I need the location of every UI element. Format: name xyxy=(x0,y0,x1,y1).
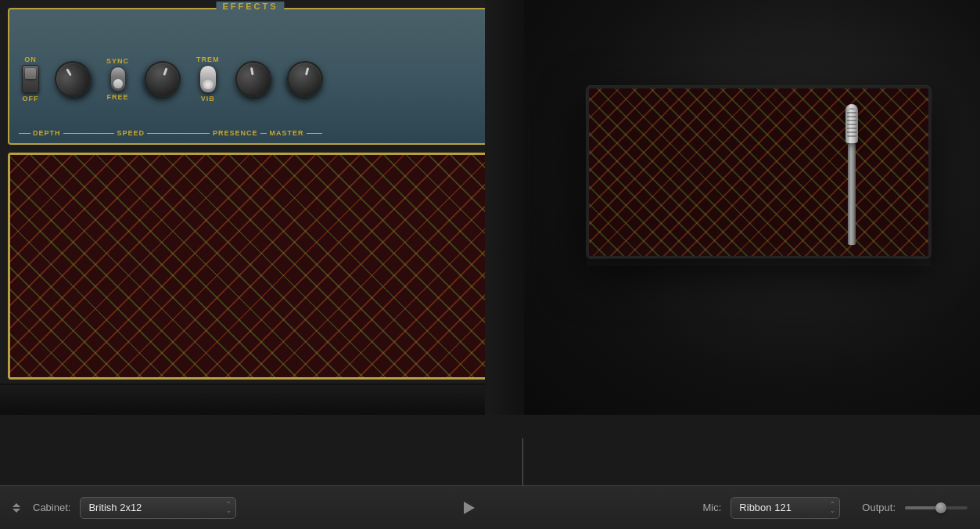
output-thumb[interactable] xyxy=(935,502,946,513)
right-section xyxy=(524,0,980,415)
leather-bottom xyxy=(0,383,524,415)
speed-label: SPEED xyxy=(117,129,145,137)
presence-knob[interactable] xyxy=(232,58,274,99)
on-off-toggle[interactable] xyxy=(22,65,39,93)
on-off-group: ON OFF xyxy=(22,56,39,103)
cabinet-select[interactable]: British 2x12 American 4x12 British 4x12 … xyxy=(80,497,236,519)
output-label: Output: xyxy=(862,502,896,513)
depth-label: DEPTH xyxy=(33,129,61,137)
presence-knob-group xyxy=(235,61,271,97)
depth-knob-group xyxy=(55,61,91,97)
cabinet-label: Cabinet: xyxy=(33,502,70,513)
master-knob[interactable] xyxy=(282,56,326,100)
cab-reflection xyxy=(587,241,931,266)
toolbar: Cabinet: British 2x12 American 4x12 Brit… xyxy=(0,485,980,529)
preset-nav[interactable] xyxy=(13,503,20,513)
mic-head xyxy=(845,104,858,143)
effects-panel: EFFECTS ON OFF SYNC FREE xyxy=(8,8,493,145)
mic-position-line xyxy=(522,438,523,485)
free-label: FREE xyxy=(107,93,129,101)
effects-controls: ON OFF SYNC FREE TREM xyxy=(19,16,482,137)
cab-speaker xyxy=(587,86,931,258)
off-label: OFF xyxy=(23,95,39,103)
trem-label: TREM xyxy=(196,56,220,63)
master-knob-group xyxy=(287,61,323,97)
speed-knob-group xyxy=(145,61,181,97)
grille-pattern xyxy=(10,155,490,377)
trem-vib-toggle[interactable] xyxy=(199,65,217,93)
on-label: ON xyxy=(24,56,37,63)
play-button[interactable] xyxy=(464,502,475,514)
mic-label: Mic: xyxy=(703,502,722,513)
bottom-labels-row: DEPTH SPEED PRESENCE MASTER xyxy=(19,129,482,137)
microphone xyxy=(845,104,858,245)
side-panel xyxy=(485,0,524,415)
sync-label: SYNC xyxy=(106,57,129,65)
effects-label: EFFECTS xyxy=(216,2,284,11)
trem-vib-group: TREM VIB xyxy=(196,56,220,103)
mic-select-wrapper[interactable]: Ribbon 121 Condenser 67 Dynamic 57 Conde… xyxy=(731,497,840,519)
preset-up-arrow[interactable] xyxy=(13,503,20,507)
mic-body xyxy=(848,143,856,245)
sync-toggle[interactable] xyxy=(110,67,126,92)
vib-label: VIB xyxy=(201,95,215,103)
presence-label: PRESENCE xyxy=(213,129,258,137)
master-label: MASTER xyxy=(270,129,304,137)
speaker-grille xyxy=(8,153,493,380)
cab-grille xyxy=(589,88,928,256)
output-slider[interactable] xyxy=(905,506,967,509)
cabinet-select-wrapper[interactable]: British 2x12 American 4x12 British 4x12 … xyxy=(80,497,236,519)
mic-select[interactable]: Ribbon 121 Condenser 67 Dynamic 57 Conde… xyxy=(731,497,840,519)
sync-group: SYNC FREE xyxy=(106,57,129,101)
depth-knob[interactable] xyxy=(48,54,98,103)
preset-down-arrow[interactable] xyxy=(13,509,20,513)
amp-container: EFFECTS ON OFF SYNC FREE xyxy=(0,0,524,415)
speed-knob[interactable] xyxy=(140,56,186,102)
